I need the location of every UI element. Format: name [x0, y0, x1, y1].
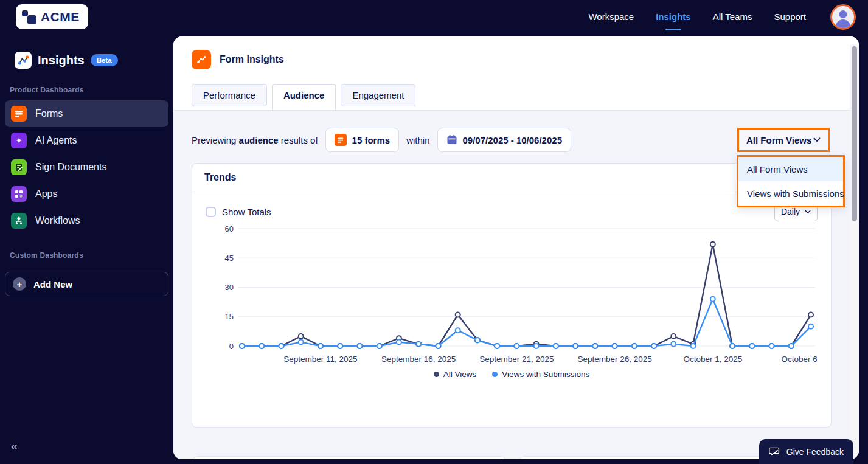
apps-icon [11, 186, 27, 202]
feedback-bubble-icon [769, 447, 780, 457]
sidebar-title: Insights [38, 54, 85, 68]
svg-text:60: 60 [225, 224, 234, 234]
legend-dot [492, 372, 498, 377]
tab-audience[interactable]: Audience [272, 84, 336, 110]
tab-engagement[interactable]: Engagement [341, 84, 415, 106]
show-totals-label: Show Totals [222, 207, 271, 217]
calendar-icon [446, 134, 457, 145]
sidebar-item-apps[interactable]: Apps [5, 181, 168, 207]
svg-text:September 16, 2025: September 16, 2025 [381, 355, 456, 364]
views-filter-value: All Form Views [746, 135, 811, 145]
avatar-person-icon [839, 10, 847, 18]
main-body: Previewing audience results of 15 forms … [173, 111, 859, 459]
scrollbar-track[interactable] [850, 44, 859, 459]
views-filter-select[interactable]: All Form Views [737, 128, 830, 152]
show-totals-control[interactable]: Show Totals [206, 207, 271, 217]
form-insights-icon [192, 50, 211, 69]
sidebar-item-forms[interactable]: Forms [5, 100, 168, 127]
tab-bar: Performance Audience Engagement [173, 84, 859, 111]
legend-dot [434, 372, 439, 377]
section-product-dashboards: Product Dashboards [0, 69, 173, 100]
show-totals-checkbox[interactable] [206, 207, 216, 217]
add-new-label: Add New [33, 279, 72, 289]
svg-text:September 26, 2025: September 26, 2025 [577, 355, 651, 364]
forms-count-button[interactable]: 15 forms [325, 128, 400, 152]
tab-performance[interactable]: Performance [192, 84, 267, 106]
date-range-label: 09/07/2025 - 10/06/2025 [463, 135, 562, 145]
svg-text:October 1, 2025: October 1, 2025 [683, 355, 742, 364]
svg-text:October 6, 2025: October 6, 2025 [782, 355, 817, 364]
nav-insights[interactable]: Insights [656, 8, 691, 26]
nav-workspace[interactable]: Workspace [588, 8, 634, 26]
sidebar-item-label: Forms [35, 108, 63, 119]
sidebar-item-label: Workflows [35, 215, 80, 226]
legend-entry: All Views [434, 370, 477, 379]
trends-card: Trends Show Totals Daily 015304560Septem… [192, 163, 832, 428]
insights-logo-icon [15, 52, 32, 69]
sidebar-item-label: Sign Documents [35, 162, 106, 173]
give-feedback-button[interactable]: Give Feedback [759, 439, 853, 464]
form-icon [335, 134, 347, 146]
nav-all-teams[interactable]: All Teams [713, 8, 752, 26]
svg-text:45: 45 [225, 254, 234, 263]
svg-text:30: 30 [225, 283, 234, 292]
forms-icon [11, 106, 27, 122]
device-types-card: Device Types [192, 456, 507, 459]
sidebar-item-label: AI Agents [35, 135, 77, 146]
chevron-down-icon [805, 210, 811, 214]
sidebar-collapse-button[interactable]: « [11, 439, 18, 453]
sign-documents-icon [11, 159, 27, 175]
svg-text:September 21, 2025: September 21, 2025 [479, 355, 554, 364]
forms-count-label: 15 forms [352, 135, 391, 145]
sidebar-item-sign-documents[interactable]: Sign Documents [5, 154, 168, 181]
trends-card-title: Trends [192, 164, 831, 192]
svg-text:0: 0 [229, 342, 234, 351]
nav-support[interactable]: Support [774, 8, 806, 26]
chevron-down-icon [813, 137, 821, 142]
sidebar: Insights Beta Product Dashboards Forms ✦… [0, 33, 173, 464]
filter-text: Previewing audience results of [192, 135, 318, 145]
date-range-button[interactable]: 09/07/2025 - 10/06/2025 [437, 128, 571, 152]
trends-line-chart: 015304560September 11, 2025September 16,… [206, 221, 817, 369]
plus-icon: + [13, 277, 26, 291]
sidebar-item-workflows[interactable]: Workflows [5, 207, 168, 234]
chart-legend: All ViewsViews with Submissions [206, 370, 818, 379]
top-bar: ACME Workspace Insights All Teams Suppor… [0, 0, 868, 33]
menu-option-all-form-views[interactable]: All Form Views [738, 157, 843, 181]
views-filter-menu: All Form Views Views with Submissions [737, 155, 845, 207]
acme-logo[interactable]: ACME [16, 4, 88, 29]
main-header: Form Insights Performance Audience Engag… [173, 36, 859, 111]
beta-badge: Beta [91, 54, 118, 66]
ai-agents-icon: ✦ [11, 133, 27, 148]
menu-option-views-with-submissions[interactable]: Views with Submissions [738, 181, 843, 206]
within-label: within [406, 135, 429, 145]
give-feedback-label: Give Feedback [786, 447, 844, 457]
top-navigation: Workspace Insights All Teams Support [588, 4, 856, 30]
scrollbar-thumb[interactable] [852, 46, 857, 221]
main-panel: Form Insights Performance Audience Engag… [173, 36, 859, 459]
filter-row: Previewing audience results of 15 forms … [192, 128, 571, 152]
sidebar-item-label: Apps [35, 189, 57, 199]
user-avatar[interactable] [830, 4, 856, 30]
page-title: Form Insights [220, 54, 284, 65]
sidebar-item-ai-agents[interactable]: ✦ AI Agents [5, 127, 168, 154]
workflows-icon [11, 213, 27, 229]
brand-name: ACME [41, 10, 80, 24]
svg-text:September 11, 2025: September 11, 2025 [283, 355, 357, 364]
add-new-button[interactable]: + Add New [5, 272, 168, 296]
svg-text:15: 15 [225, 312, 234, 321]
section-custom-dashboards: Custom Dashboards [0, 234, 173, 266]
acme-logo-icon [22, 10, 36, 24]
interval-value: Daily [781, 207, 800, 216]
legend-entry: Views with Submissions [492, 370, 589, 379]
